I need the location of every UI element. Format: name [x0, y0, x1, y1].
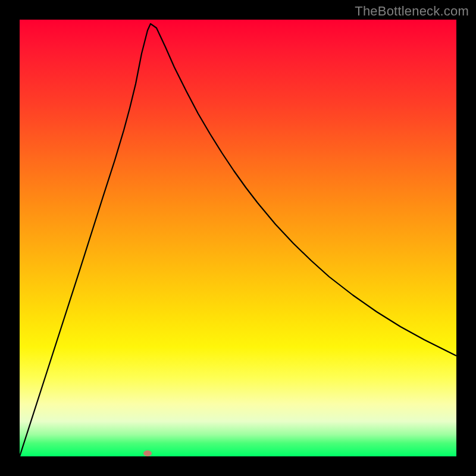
plot-area: [20, 20, 456, 456]
watermark-text: TheBottleneck.com: [355, 4, 469, 19]
chart-frame: TheBottleneck.com: [0, 0, 476, 476]
curve-path: [20, 24, 456, 456]
minimum-marker: [143, 450, 152, 456]
curve-svg: [20, 20, 456, 456]
